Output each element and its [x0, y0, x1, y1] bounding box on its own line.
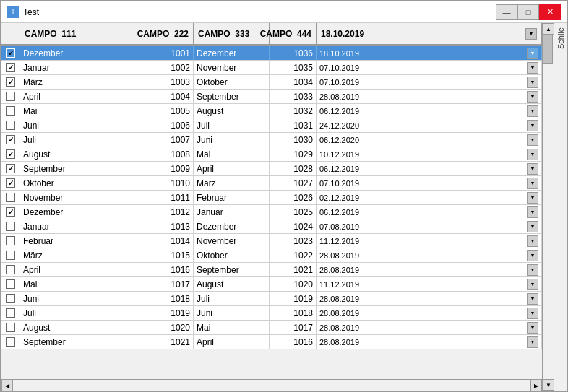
date-dropdown-button[interactable]: ▼: [527, 120, 538, 131]
date-dropdown: 28.08.2019▼: [319, 293, 538, 305]
row-checkbox[interactable]: [6, 236, 15, 245]
table-row: Dezember1001Dezember103618.10.2019▼: [1, 46, 542, 61]
checkbox-cell: [1, 219, 20, 233]
table-row: Februar1014November102311.12.2019▼: [1, 234, 542, 248]
main-window: T Test — □ ✕ CAMPO_111 CAMPO_222 CAMPO_3…: [0, 0, 568, 392]
date-dropdown-button[interactable]: ▼: [527, 178, 538, 189]
row-checkbox[interactable]: [6, 323, 15, 332]
cell-col2: 1005: [132, 104, 194, 118]
scroll-left-button[interactable]: ◀: [1, 380, 13, 391]
date-dropdown-button[interactable]: ▼: [527, 322, 538, 334]
scroll-down-button[interactable]: ▼: [543, 379, 554, 391]
h-scroll-track[interactable]: [13, 380, 530, 391]
row-checkbox[interactable]: [6, 92, 15, 101]
row-checkbox[interactable]: [6, 178, 15, 188]
cell-col5: 28.08.2019▼: [317, 335, 542, 349]
date-dropdown-button[interactable]: ▼: [527, 279, 538, 290]
row-checkbox[interactable]: [6, 77, 15, 87]
date-value: 28.08.2019: [319, 295, 359, 303]
date-dropdown-button[interactable]: ▼: [527, 163, 538, 175]
date-dropdown-button[interactable]: ▼: [527, 336, 538, 348]
table-row: August1020Mai101728.08.2019▼: [1, 321, 542, 335]
date-dropdown-button[interactable]: ▼: [527, 62, 538, 74]
checkbox-cell: [1, 46, 20, 60]
date-dropdown-button[interactable]: ▼: [527, 250, 538, 261]
window-title: Test: [23, 7, 39, 17]
date-dropdown-button[interactable]: ▼: [527, 77, 538, 88]
cell-col5: 11.12.2019▼: [317, 234, 542, 248]
cell-col3: Mai: [194, 147, 270, 161]
row-checkbox[interactable]: [6, 251, 15, 260]
date-value: 11.12.2019: [319, 280, 359, 289]
date-dropdown-button[interactable]: ▼: [527, 48, 538, 59]
date-dropdown: 11.12.2019▼: [319, 279, 538, 290]
date-dropdown-button[interactable]: ▼: [527, 264, 538, 276]
cell-col2: 1001: [132, 46, 194, 60]
date-dropdown-button[interactable]: ▼: [527, 149, 538, 160]
cell-col3: Januar: [194, 205, 270, 219]
table-row: Januar1013Dezember102407.08.2019▼: [1, 219, 542, 234]
row-checkbox[interactable]: [6, 308, 15, 318]
header-col1: CAMPO_111: [20, 23, 132, 45]
date-dropdown: 06.12.2019▼: [319, 105, 538, 117]
table-row: März1015Oktober102228.08.2019▼: [1, 248, 542, 263]
date-dropdown-button[interactable]: ▼: [527, 134, 538, 146]
checkbox-cell: [1, 176, 20, 190]
checkbox-cell: [1, 162, 20, 175]
row-checkbox[interactable]: [6, 135, 15, 144]
checkbox-cell: [1, 205, 20, 219]
row-checkbox[interactable]: [6, 48, 15, 58]
minimize-button[interactable]: —: [496, 4, 517, 20]
table-body: Dezember1001Dezember103618.10.2019▼Janua…: [1, 46, 542, 379]
row-checkbox[interactable]: [6, 63, 15, 72]
date-dropdown-button[interactable]: ▼: [527, 192, 538, 204]
date-dropdown: 28.08.2019▼: [319, 308, 538, 319]
table-row: Mai1017August102011.12.2019▼: [1, 277, 542, 292]
cell-col2: 1003: [132, 75, 194, 89]
date-value: 28.08.2019: [319, 338, 359, 347]
date-dropdown-button[interactable]: ▼: [527, 91, 538, 103]
cell-col1: September: [20, 335, 132, 349]
table-row: März1003Oktober103407.10.2019▼: [1, 75, 542, 90]
row-checkbox[interactable]: [6, 106, 15, 116]
v-scroll-track[interactable]: [543, 35, 554, 379]
cell-col5: 07.10.2019▼: [317, 75, 542, 89]
date-dropdown-button[interactable]: ▼: [527, 206, 538, 218]
header-date-dropdown[interactable]: ▼: [525, 28, 537, 40]
row-checkbox[interactable]: [6, 337, 15, 347]
cell-col4: 1033: [270, 90, 317, 103]
close-button[interactable]: ✕: [539, 4, 561, 20]
cell-col4: 1032: [270, 104, 317, 118]
cell-col1: Oktober: [20, 176, 132, 190]
row-checkbox[interactable]: [6, 164, 15, 173]
date-dropdown-button[interactable]: ▼: [527, 235, 538, 247]
date-dropdown: 11.12.2019▼: [319, 235, 538, 247]
row-checkbox[interactable]: [6, 149, 15, 159]
scroll-up-button[interactable]: ▲: [543, 23, 554, 35]
cell-col2: 1012: [132, 205, 194, 219]
scroll-right-button[interactable]: ▶: [530, 380, 542, 391]
cell-col2: 1013: [132, 219, 194, 233]
cell-col4: 1020: [270, 277, 317, 291]
cell-col5: 28.08.2019▼: [317, 292, 542, 305]
row-checkbox[interactable]: [6, 193, 15, 202]
date-dropdown: 07.08.2019▼: [319, 221, 538, 232]
date-dropdown-button[interactable]: ▼: [527, 105, 538, 117]
cell-col3: September: [194, 263, 270, 276]
date-dropdown-button[interactable]: ▼: [527, 293, 538, 305]
cell-col1: Januar: [20, 61, 132, 74]
row-checkbox[interactable]: [6, 265, 15, 274]
row-checkbox[interactable]: [6, 121, 15, 130]
checkbox-cell: [1, 90, 20, 103]
cell-col3: September: [194, 90, 270, 103]
cell-col4: 1028: [270, 162, 317, 175]
row-checkbox[interactable]: [6, 294, 15, 303]
date-dropdown-button[interactable]: ▼: [527, 221, 538, 232]
v-scroll-thumb[interactable]: [543, 35, 553, 64]
row-checkbox[interactable]: [6, 222, 15, 231]
checkbox-cell: [1, 248, 20, 262]
row-checkbox[interactable]: [6, 207, 15, 217]
maximize-button[interactable]: □: [517, 4, 539, 20]
row-checkbox[interactable]: [6, 279, 15, 289]
date-dropdown-button[interactable]: ▼: [527, 308, 538, 319]
